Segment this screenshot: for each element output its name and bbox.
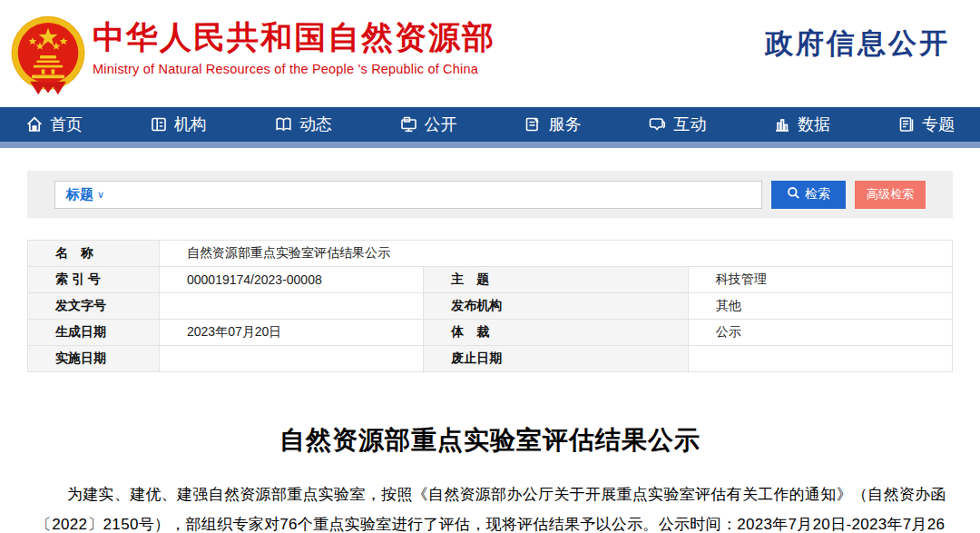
meta-value-created: 2023年07月20日 (160, 320, 424, 346)
page-section-title: 政府信息公开 (765, 25, 950, 63)
meta-value-index: 000019174/2023-00008 (160, 267, 424, 293)
home-icon (25, 115, 44, 133)
topics-icon (897, 115, 916, 133)
meta-label-created: 生成日期 (28, 320, 160, 346)
nav-item-label: 专题 (922, 114, 955, 135)
search-icon (787, 186, 800, 202)
meta-value-genre: 公示 (688, 320, 952, 346)
table-row: 实施日期 废止日期 (28, 346, 953, 372)
meta-label-genre: 体 裁 (424, 320, 688, 346)
article-paragraph: 为建实、建优、建强自然资源部重点实验室，按照《自然资源部办公厅关于开展重点实验室… (36, 479, 964, 533)
nav-item-news[interactable]: 动态 (274, 114, 332, 135)
nav-item-label: 公开 (425, 114, 457, 135)
search-field-label: 标题 (66, 186, 93, 203)
nav-item-label: 服务 (548, 114, 581, 135)
search-box: 标题 ∨ (54, 181, 762, 209)
advanced-search-label: 高级检索 (867, 187, 914, 201)
meta-label-name: 名 称 (28, 241, 160, 267)
page-header: 中华人民共和国自然资源部 Ministry of Natural Resourc… (0, 0, 980, 107)
table-row: 名 称 自然资源部重点实验室评估结果公示 (28, 241, 953, 267)
search-field-selector[interactable]: 标题 ∨ (66, 186, 104, 203)
nav-item-label: 数据 (798, 114, 830, 135)
brand-block: 中华人民共和国自然资源部 Ministry of Natural Resourc… (93, 18, 495, 76)
table-row: 索 引 号 000019174/2023-00008 主 题 科技管理 (28, 267, 953, 293)
meta-label-agency: 发布机构 (424, 293, 688, 320)
news-icon (274, 115, 293, 133)
table-row: 生成日期 2023年07月20日 体 裁 公示 (28, 320, 953, 346)
site-title: 中华人民共和国自然资源部 (93, 18, 495, 56)
nav-item-label: 动态 (299, 114, 332, 135)
meta-value-agency: 其他 (688, 293, 952, 320)
nav-item-data[interactable]: 数据 (773, 114, 830, 135)
meta-value-repeal (688, 346, 952, 372)
search-button[interactable]: 检索 (771, 181, 846, 209)
search-button-label: 检索 (805, 186, 830, 202)
nav-item-label: 互动 (673, 114, 706, 135)
nav-bottom-strip (0, 142, 980, 148)
data-icon (773, 115, 791, 133)
nav-item-topics[interactable]: 专题 (897, 114, 955, 135)
interact-icon (648, 115, 667, 133)
site-subtitle: Ministry of Natural Resources of the Peo… (93, 62, 495, 76)
article-title: 自然资源部重点实验室评估结果公示 (0, 423, 980, 458)
meta-label-subject: 主 题 (424, 267, 688, 293)
advanced-search-button[interactable]: 高级检索 (855, 181, 926, 209)
nav-item-interact[interactable]: 互动 (648, 114, 706, 135)
main-nav: 首页 机构 动态 公开 服务 互动 数据 专题 (0, 107, 980, 142)
search-panel: 标题 ∨ 检索 高级检索 (27, 171, 953, 218)
table-row: 发文字号 发布机构 其他 (28, 293, 953, 320)
nav-item-label: 机构 (174, 114, 207, 135)
disclosure-icon (399, 115, 418, 133)
search-input[interactable] (104, 182, 750, 208)
nav-item-disclosure[interactable]: 公开 (399, 114, 457, 135)
national-emblem-logo (7, 12, 89, 99)
meta-label-docnum: 发文字号 (28, 293, 160, 320)
meta-value-docnum (160, 293, 424, 320)
meta-label-index: 索 引 号 (28, 267, 160, 293)
service-icon (524, 115, 542, 133)
nav-item-org[interactable]: 机构 (150, 114, 207, 135)
meta-value-subject: 科技管理 (688, 267, 952, 293)
document-meta-table: 名 称 自然资源部重点实验室评估结果公示 索 引 号 000019174/202… (27, 240, 953, 372)
nav-item-service[interactable]: 服务 (524, 114, 581, 135)
meta-value-name: 自然资源部重点实验室评估结果公示 (160, 241, 953, 267)
nav-item-home[interactable]: 首页 (25, 114, 83, 135)
meta-label-repeal: 废止日期 (424, 346, 688, 372)
org-icon (150, 115, 168, 133)
nav-item-label: 首页 (50, 114, 83, 135)
meta-value-effective (160, 346, 424, 372)
meta-label-effective: 实施日期 (28, 346, 160, 372)
chevron-down-icon: ∨ (97, 189, 104, 201)
